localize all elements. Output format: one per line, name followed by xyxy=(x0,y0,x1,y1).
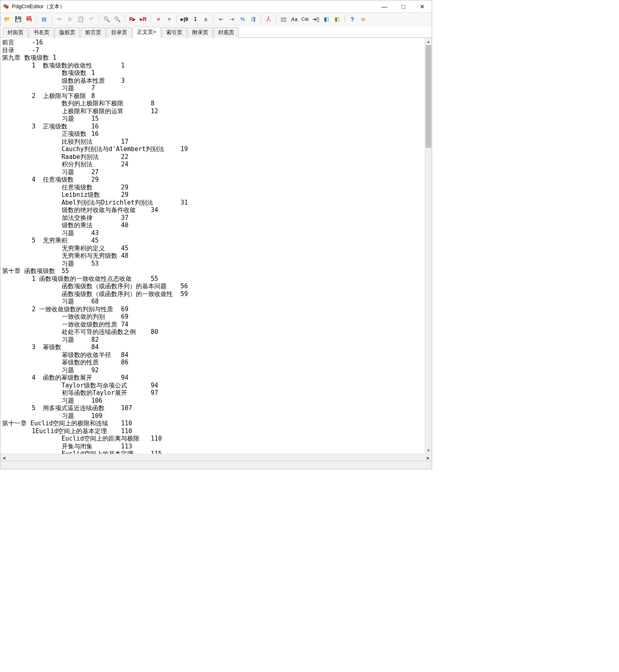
close-button[interactable]: ✕ xyxy=(413,0,432,12)
toolbar-separator xyxy=(36,15,37,23)
toolbar-separator xyxy=(151,15,151,23)
toolbar-separator xyxy=(51,15,52,23)
scroll-left-icon[interactable]: ◀ xyxy=(0,454,7,461)
find-icon[interactable]: 🔍 xyxy=(102,14,111,23)
window-gold-icon[interactable]: ◧ xyxy=(333,14,342,23)
toolbar-separator xyxy=(177,15,177,23)
columns-icon[interactable]: ▯▯ xyxy=(279,14,288,23)
replace1-icon[interactable]: R▸ xyxy=(128,14,137,23)
more-icon[interactable]: ≣ xyxy=(358,14,368,23)
scroll-up-icon[interactable]: ▲ xyxy=(425,38,432,45)
save-icon[interactable]: 💾 xyxy=(14,14,23,23)
scroll-thumb[interactable] xyxy=(426,45,431,148)
align-left-icon[interactable]: ≡ xyxy=(154,14,163,23)
list-icon[interactable]: ▤ xyxy=(40,14,49,23)
window-title: PdgCntEditor（文本） xyxy=(12,3,65,10)
status-path: D:\Users\newton\Documents\EndNote\EndNot… xyxy=(15,469,331,469)
toolbar-separator xyxy=(213,15,214,23)
outdent-icon[interactable]: ⇤ xyxy=(216,14,226,23)
titlebar: PdgCntEditor（文本） — □ ✕ xyxy=(0,0,432,13)
minimize-button[interactable]: — xyxy=(375,0,394,12)
scroll-down-icon[interactable]: ▼ xyxy=(425,447,432,454)
font-icon[interactable]: Aa xyxy=(290,14,299,23)
paste-icon[interactable]: 📋 xyxy=(76,14,85,23)
svg-point-2 xyxy=(4,5,5,6)
tab-1[interactable]: 书名页 xyxy=(29,27,54,38)
content-area: 前言 -16 目录 -7 第九章 数项级数 1 1 数项级数的收敛性 1 数项级… xyxy=(0,38,432,454)
toolbar-separator xyxy=(261,15,261,23)
encoding-icon[interactable]: 码 xyxy=(24,14,33,23)
text-editor[interactable]: 前言 -16 目录 -7 第九章 数项级数 1 1 数项级数的收敛性 1 数项级… xyxy=(0,38,425,454)
replace2-icon[interactable]: ▸R xyxy=(139,14,148,23)
app-window: PdgCntEditor（文本） — □ ✕ 📂 💾 码 ▤ ✂ ⎘ 📋 ↶ 🔍… xyxy=(0,0,432,469)
indent3-icon[interactable]: ⇶ xyxy=(249,14,258,23)
svg-point-1 xyxy=(5,5,9,9)
tab-7[interactable]: 附录页 xyxy=(188,27,213,38)
tab-3[interactable]: 前言页 xyxy=(81,27,106,38)
toolbar-separator xyxy=(125,15,125,23)
toolbar-separator xyxy=(276,15,276,23)
titlebar-left: PdgCntEditor（文本） xyxy=(3,3,65,10)
find-next-icon[interactable]: 🔍 xyxy=(113,14,122,23)
horizontal-scrollbar[interactable]: ◀ ▶ xyxy=(0,454,432,461)
copy-icon[interactable]: ⎘ xyxy=(65,14,74,23)
window-blue-icon[interactable]: ◧ xyxy=(322,14,331,23)
toolbar-separator xyxy=(99,15,99,23)
toolbar: 📂 💾 码 ▤ ✂ ⎘ 📋 ↶ 🔍 🔍 R▸ ▸R ≡ ≡ ▸|9 ↧ ± ⇤ … xyxy=(0,13,432,26)
open-icon[interactable]: 📂 xyxy=(3,14,12,23)
undo-icon[interactable]: ↶ xyxy=(87,14,96,23)
pdf-icon[interactable]: 人 xyxy=(264,14,273,23)
tab-4[interactable]: 目录页 xyxy=(107,27,132,38)
arrow-box-icon[interactable]: ⇥▯ xyxy=(311,14,320,23)
toolbar-separator xyxy=(344,15,345,23)
tab-8[interactable]: 封底页 xyxy=(214,27,239,38)
app-icon xyxy=(3,3,9,10)
number-dim-icon[interactable]: ↧ xyxy=(191,14,200,23)
tabstrip: 封面页书名页版权页前言页目录页正文页+索引页附录页封底页 xyxy=(0,26,432,38)
statusbar: D:\Users\newton\Documents\EndNote\EndNot… xyxy=(0,461,432,469)
category-icon[interactable]: Cat xyxy=(300,14,310,23)
maximize-button[interactable]: □ xyxy=(394,0,413,12)
tab-5[interactable]: 正文页+ xyxy=(133,27,161,38)
vertical-scrollbar[interactable]: ▲ ▼ xyxy=(425,38,432,454)
scroll-right-icon[interactable]: ▶ xyxy=(425,454,432,461)
plusminus-icon[interactable]: ± xyxy=(201,14,210,23)
cut-icon[interactable]: ✂ xyxy=(55,14,64,23)
indent2-icon[interactable]: ⇆ xyxy=(238,14,247,23)
window-controls: — □ ✕ xyxy=(375,0,432,12)
tab-0[interactable]: 封面页 xyxy=(3,27,28,38)
number-icon[interactable]: ▸|9 xyxy=(180,14,189,23)
help-icon[interactable]: ? xyxy=(348,14,357,23)
indent-icon[interactable]: ⇥ xyxy=(227,14,236,23)
tab-6[interactable]: 索引页 xyxy=(162,27,187,38)
tab-2[interactable]: 版权页 xyxy=(55,27,80,38)
align-right-icon[interactable]: ≡ xyxy=(165,14,174,23)
